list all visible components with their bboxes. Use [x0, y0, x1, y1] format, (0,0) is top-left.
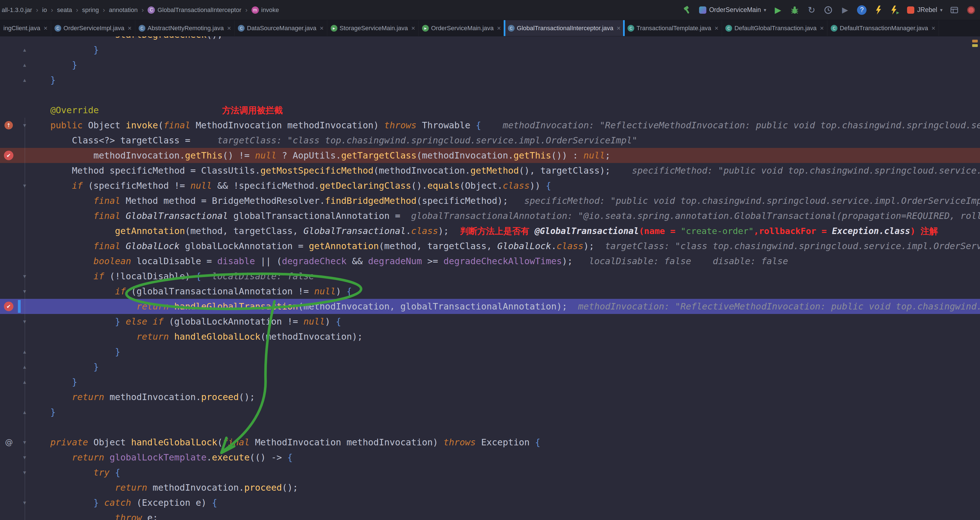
indent [29, 196, 93, 206]
code-token: null [314, 286, 336, 297]
editor-tab[interactable]: CAbstractNettyRemoting.java× [135, 20, 235, 36]
breadcrumb-item[interactable]: seata [57, 6, 72, 14]
close-icon[interactable]: × [617, 24, 620, 32]
code-token: throws [443, 437, 481, 448]
code-token: >= [422, 256, 443, 266]
code-token: startDegradeCheck [115, 37, 207, 40]
close-icon[interactable]: × [320, 24, 324, 32]
close-icon[interactable]: × [820, 24, 824, 32]
code-token: if [72, 180, 88, 191]
code-text: return handleGlobalTransaction(methodInv… [29, 299, 980, 314]
code-token: class [503, 180, 530, 191]
notifications-button[interactable] [966, 5, 976, 16]
code-token: ) [325, 316, 336, 327]
profiler-clock-button[interactable] [823, 5, 833, 16]
editor-tab[interactable]: COrderServiceImpl.java× [51, 20, 135, 36]
fold-marker-icon[interactable]: ▴ [21, 72, 28, 87]
code-token: handleGlobalLock [174, 331, 260, 342]
editor-tab[interactable]: CGlobalTransactionalInterceptor.java× [504, 20, 624, 36]
editor-tab[interactable]: CDefaultGlobalTransaction.java× [722, 20, 827, 36]
code-line: ✔ return handleGlobalTransaction(methodI… [0, 299, 980, 314]
debug-bug-button[interactable] [790, 5, 800, 16]
code-token: } [72, 60, 77, 70]
layout-windows-button[interactable] [949, 5, 959, 16]
file-type-icon: C [831, 25, 837, 32]
debugger-inline-value: targetClass: "class top.chasingwind.spri… [605, 241, 980, 251]
breadcrumb-item[interactable]: annotation [109, 6, 138, 14]
editor-tab[interactable]: CDefaultTransactionManager.java× [827, 20, 939, 36]
code-token: Object [88, 120, 126, 130]
gutter [0, 103, 29, 118]
code-token: ; [605, 150, 610, 161]
code-token: (methodInvocation. [374, 165, 471, 176]
close-icon[interactable]: × [44, 24, 48, 32]
editor-pane[interactable]: startDegradeCheck();▴ }▴ }▴ } @Override方… [0, 37, 980, 520]
breadcrumb-item[interactable]: minvoke [251, 6, 279, 14]
close-icon[interactable]: × [714, 24, 718, 32]
run-secondary-button[interactable]: ▶ [840, 5, 850, 16]
code-token: && !specificMethod. [212, 180, 320, 191]
editor-tab[interactable]: ▶OrderServiceMain.java× [419, 20, 504, 36]
editor-tab[interactable]: CDataSourceManager.java× [234, 20, 327, 36]
close-icon[interactable]: × [931, 24, 935, 32]
breadcrumb-item[interactable]: io [42, 6, 47, 14]
code-token: ); [583, 241, 594, 251]
build-hammer-icon[interactable] [682, 5, 692, 16]
breadcrumb-item[interactable]: CGlobalTransactionalInterceptor [148, 6, 241, 14]
code-token: ) [336, 286, 347, 297]
code-token: (); [282, 482, 298, 493]
breakpoint-icon[interactable]: ✔ [4, 151, 13, 160]
close-icon[interactable]: × [411, 24, 415, 32]
breadcrumb-item[interactable]: spring [82, 6, 99, 14]
code-text: private Object handleGlobalLock(final Me… [29, 435, 980, 450]
code-line: ▴ } [0, 344, 980, 359]
indent [29, 105, 50, 116]
breakpoint-icon[interactable]: ✔ [4, 302, 13, 311]
breadcrumb-item[interactable]: all-1.3.0.jar [2, 6, 32, 14]
red-note-annotation: 方法调用被拦截 [222, 105, 283, 115]
close-icon[interactable]: × [128, 24, 132, 32]
code-text: try { [29, 465, 980, 480]
breadcrumb-separator-icon: › [76, 6, 78, 14]
fold-marker-icon[interactable]: ▴ [21, 57, 28, 72]
code-token: { [546, 180, 551, 191]
breadcrumb-separator-icon: › [103, 6, 105, 14]
indent [29, 512, 115, 520]
tab-label: DataSourceManager.java [247, 25, 316, 32]
run-button[interactable]: ▶ [773, 5, 783, 16]
breadcrumb-label: all-1.3.0.jar [2, 6, 32, 14]
code-text: final GlobalLock globalLockAnnotation = … [29, 239, 980, 254]
close-icon[interactable]: × [497, 24, 501, 32]
jrebel-bolt-icon[interactable] [873, 5, 884, 16]
indent [29, 120, 50, 130]
indent [29, 150, 93, 161]
code-token: methodInvocation. [93, 150, 185, 161]
method-icon: m [251, 6, 259, 14]
editor-tab[interactable]: ingClient.java× [0, 20, 51, 36]
code-text: return globalLockTemplate.execute(() -> … [29, 450, 980, 465]
fold-marker-icon[interactable]: ▴ [21, 42, 28, 57]
code-text: Class<?> targetClass =targetClass: "clas… [29, 133, 980, 148]
code-line: ✔ methodInvocation.getThis() != null ? A… [0, 148, 980, 163]
inspection-marker[interactable] [972, 40, 978, 43]
code-text: startDegradeCheck(); [29, 37, 980, 42]
tab-label: ingClient.java [3, 25, 40, 32]
override-method-icon[interactable]: ↑ [5, 121, 13, 129]
code-token: (Exception e) [137, 497, 212, 508]
help-button[interactable]: ? [857, 5, 867, 16]
run-config-name: OrderServiceMain [709, 6, 761, 14]
close-icon[interactable]: × [227, 24, 231, 32]
code-line: ▾ try { [0, 465, 980, 480]
indent [29, 75, 50, 85]
jrebel-bolt-run-icon[interactable] [890, 5, 900, 16]
editor-tab[interactable]: CTransactionalTemplate.java× [624, 20, 722, 36]
editor-tab[interactable]: ▶StorageServiceMain.java× [327, 20, 419, 36]
inspection-marker[interactable] [972, 44, 978, 47]
code-text: if (specificMethod != null && !specificM… [29, 178, 980, 193]
run-config-selector[interactable]: OrderServiceMain ▾ [699, 6, 766, 14]
code-text [29, 87, 980, 103]
code-token: return [137, 301, 174, 312]
code-token: @Override [50, 105, 99, 116]
coverage-restart-button[interactable]: ↻ [807, 5, 816, 16]
jrebel-selector[interactable]: JRebel ▾ [907, 6, 943, 14]
